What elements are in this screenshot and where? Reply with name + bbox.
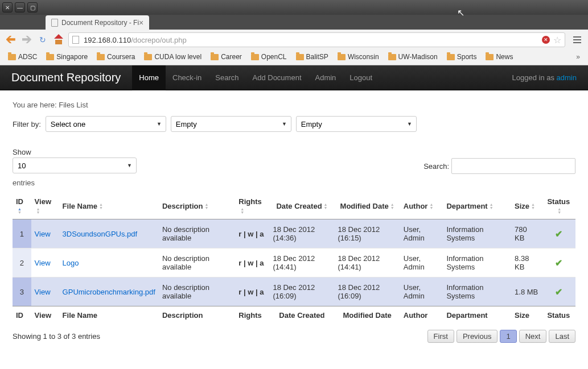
bookmarks-bar: ADSCSingaporeCourseraCUDA low levelCaree… <box>0 50 588 65</box>
column-header[interactable]: Description▲▼ <box>159 193 235 219</box>
cell-author: User, Admin <box>400 277 443 306</box>
cell-description: No description available <box>159 219 235 248</box>
filter-select-2[interactable]: Empty <box>171 116 291 132</box>
column-header[interactable]: View▲▼ <box>31 193 59 219</box>
bookmark-item[interactable]: CUDA low level <box>141 52 205 62</box>
page-first-button[interactable]: First <box>427 330 454 343</box>
cell-status: ✔ <box>542 248 575 277</box>
nav-link-search[interactable]: Search <box>208 65 245 90</box>
column-header[interactable]: Size▲▼ <box>511 193 542 219</box>
breadcrumb-location: Files List <box>59 101 88 109</box>
filter-select-1[interactable]: Select one <box>46 116 166 132</box>
nav-link-logout[interactable]: Logout <box>343 65 379 90</box>
cell-id: 1 <box>13 219 31 248</box>
show-entries-select[interactable]: 10 <box>13 157 137 173</box>
table-row: 2ViewLogoNo description availabler | w |… <box>13 248 575 277</box>
view-link[interactable]: View <box>35 230 51 238</box>
column-label: File Name <box>63 202 97 210</box>
page-viewport: Document Repository HomeCheck-inSearchAd… <box>0 65 588 369</box>
column-header[interactable]: Date Created▲▼ <box>269 193 334 219</box>
entries-label: entries <box>13 179 575 187</box>
column-footer: Status <box>542 306 575 325</box>
search-label: Search: <box>423 162 449 171</box>
bookmark-label: UW-Madison <box>398 53 438 61</box>
browser-chrome: 🡰 🡲 ↻ 192.168.0.110/docrepo/out.php ✕ ☆ … <box>0 30 588 65</box>
bookmark-label: OpenCL <box>261 53 287 61</box>
view-link[interactable]: View <box>35 288 51 296</box>
column-label: Modified Date <box>340 202 389 210</box>
bookmark-item[interactable]: Coursera <box>93 52 138 62</box>
bookmark-item[interactable]: UW-Madison <box>385 52 441 62</box>
username-link[interactable]: admin <box>557 73 577 82</box>
check-icon: ✔ <box>555 229 562 239</box>
page-number-button[interactable]: 1 <box>500 330 516 343</box>
nav-link-home[interactable]: Home <box>132 65 166 90</box>
home-button[interactable] <box>52 34 65 46</box>
column-header[interactable]: Rights▲▼ <box>235 193 269 219</box>
column-header[interactable]: ID▲▼ <box>13 193 31 219</box>
bookmark-item[interactable]: Singapore <box>43 52 91 62</box>
column-footer: Rights <box>235 306 269 325</box>
column-footer: View <box>31 306 59 325</box>
column-label: Date Created <box>276 202 322 210</box>
filename-link[interactable]: 3DSoundsonGPUs.pdf <box>63 230 138 238</box>
page-prev-button[interactable]: Previous <box>457 330 498 343</box>
folder-icon <box>486 54 494 60</box>
breadcrumb: You are here: Files List <box>13 101 575 109</box>
column-footer: File Name <box>59 306 159 325</box>
nav-link-add-document[interactable]: Add Document <box>246 65 309 90</box>
cell-created: 18 Dec 2012 (14:41) <box>269 248 334 277</box>
bookmark-item[interactable]: OpenCL <box>248 52 290 62</box>
tab-close-button[interactable]: × <box>139 18 143 27</box>
column-footer: Size <box>511 306 542 325</box>
filename-link[interactable]: GPUmicrobenchmarking.pdf <box>63 288 155 296</box>
filter-select-3[interactable]: Empty <box>296 116 417 132</box>
bookmark-item[interactable]: Sports <box>443 52 480 62</box>
column-footer: Modified Date <box>335 306 400 325</box>
filename-link[interactable]: Logo <box>63 259 79 267</box>
bookmark-label: Wisconsin <box>348 53 379 61</box>
page-icon <box>51 19 58 27</box>
cell-status: ✔ <box>542 219 575 248</box>
reload-button[interactable]: ↻ <box>36 34 49 46</box>
bookmark-label: ADSC <box>18 53 37 61</box>
stop-icon[interactable]: ✕ <box>542 36 550 44</box>
column-header[interactable]: Department▲▼ <box>443 193 511 219</box>
bookmark-item[interactable]: ADSC <box>5 52 40 62</box>
column-header[interactable]: Status▲▼ <box>542 193 575 219</box>
page-next-button[interactable]: Next <box>519 330 547 343</box>
column-header[interactable]: File Name▲▼ <box>59 193 159 219</box>
nav-back-button[interactable]: 🡰 <box>5 34 17 46</box>
bookmark-item[interactable]: News <box>482 52 516 62</box>
nav-link-check-in[interactable]: Check-in <box>166 65 208 90</box>
column-header[interactable]: Modified Date▲▼ <box>335 193 400 219</box>
nav-link-admin[interactable]: Admin <box>309 65 343 90</box>
bookmark-star-icon[interactable]: ☆ <box>553 35 561 45</box>
browser-menu-button[interactable] <box>571 34 583 46</box>
bookmark-item[interactable]: BalitSP <box>293 52 332 62</box>
page-last-button[interactable]: Last <box>549 330 575 343</box>
column-footer: Date Created <box>269 306 334 325</box>
column-header[interactable]: Author▲▼ <box>400 193 443 219</box>
bookmark-item[interactable]: Career <box>207 52 245 62</box>
cell-status: ✔ <box>542 277 575 306</box>
folder-icon <box>251 54 259 60</box>
url-host: 192.168.0.110 <box>84 36 131 44</box>
folder-icon <box>97 54 105 60</box>
window-minimize-button[interactable]: — <box>15 2 25 13</box>
window-maximize-button[interactable]: ▢ <box>27 2 38 13</box>
folder-icon <box>388 54 396 60</box>
column-label: Description <box>162 202 203 210</box>
browser-tab[interactable]: Document Repository - Fi × <box>46 15 149 30</box>
bookmarks-overflow-icon[interactable]: » <box>573 53 583 61</box>
address-bar[interactable]: 192.168.0.110/docrepo/out.php ✕ ☆ <box>68 32 565 47</box>
folder-icon <box>447 54 455 60</box>
cell-modified: 18 Dec 2012 (16:09) <box>335 277 400 306</box>
view-link[interactable]: View <box>35 259 51 267</box>
cell-rights: r | w | a <box>235 277 269 306</box>
window-close-button[interactable]: ✕ <box>2 2 13 13</box>
search-input[interactable] <box>451 158 575 174</box>
nav-forward-button[interactable]: 🡲 <box>20 34 33 46</box>
bookmark-item[interactable]: Wisconsin <box>334 52 383 62</box>
column-label: Author <box>404 202 428 210</box>
